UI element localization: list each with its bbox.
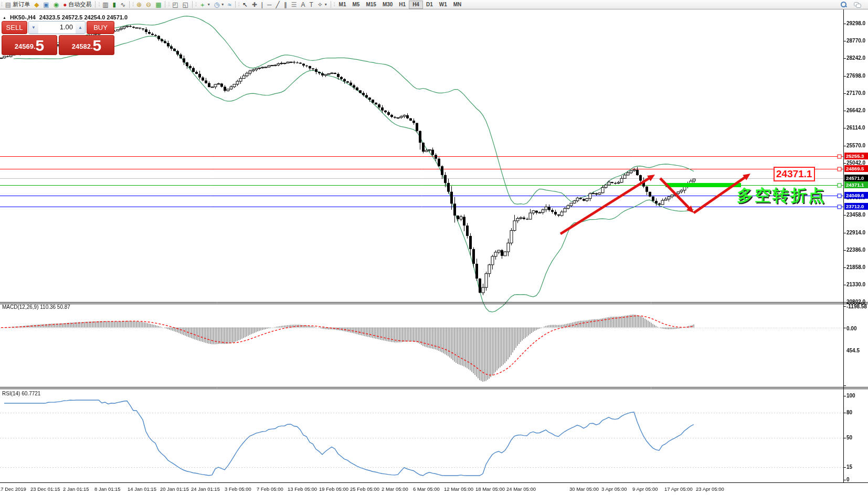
cursor-icon[interactable]: ↖: [240, 1, 250, 9]
timeframe-m30[interactable]: M30: [379, 1, 396, 9]
time-axis-label: 3 Apr 05:00: [601, 486, 627, 492]
cursor-icon: ↖: [242, 1, 248, 8]
autotrading-button[interactable]: ●自动交易: [61, 1, 93, 9]
rsi-indicator-label: RSI(14) 60.7721: [2, 391, 40, 396]
toolbar-separator: [165, 1, 165, 8]
zoom-out-icon[interactable]: ⊖: [144, 1, 153, 9]
time-axis-label: 24 Jan 01:15: [191, 486, 220, 492]
navigator-icon: ◱: [183, 1, 188, 8]
timeframe-m5[interactable]: M5: [350, 1, 363, 9]
time-axis-label: 7 Feb 05:00: [257, 486, 283, 492]
timeframe-h4[interactable]: H4: [409, 1, 423, 9]
chevron-down-icon[interactable]: ▾: [325, 2, 327, 7]
timeframe-m1[interactable]: M1: [336, 1, 350, 9]
fibonacci-icon: ☰: [291, 1, 297, 8]
time-axis-label: 2 Mar 05:00: [382, 486, 408, 492]
rsi-scale-tick: 80: [846, 410, 852, 415]
zoom-in-icon: ⊕: [136, 1, 142, 8]
symbol-title: HK50-,H4: [10, 14, 36, 20]
mt4-terminal: { "toolbar": { "groups": [ {"name":"g-or…: [0, 0, 868, 495]
styler-icon[interactable]: ◆: [32, 1, 41, 9]
time-axis-label: 12 Mar 05:00: [444, 486, 473, 492]
horizontal-line-icon[interactable]: ─: [265, 1, 274, 9]
terminal-icon[interactable]: ▣: [41, 1, 51, 9]
new-order-button[interactable]: ▤新订单: [3, 1, 32, 9]
sell-price-main: 24569.: [15, 40, 36, 53]
shapes-icon[interactable]: ✧▾: [315, 1, 329, 9]
time-axis-label: 23 Dec 01:15: [30, 486, 60, 492]
price-annotation-label[interactable]: 24371.1: [774, 167, 815, 181]
terminal-icon: ▣: [43, 1, 49, 8]
symbol-ohlc-values: 24323.5 24572.5 24254.0 24571.0: [39, 14, 128, 20]
price-marker-label: 24049.6: [844, 192, 868, 199]
styler-icon: ◆: [34, 1, 39, 8]
candlestick-chart-icon[interactable]: ▮: [111, 1, 119, 9]
toolbar-drag-handle: ⁞: [238, 2, 239, 7]
tile-windows-icon: ▦: [155, 1, 161, 8]
toolbar-drag-handle: ⁞: [132, 2, 133, 7]
symbol-header: ▲ HK50-,H4 24323.5 24572.5 24254.0 24571…: [3, 14, 128, 20]
toolbar-separator: [331, 1, 331, 8]
timeframe-d1[interactable]: D1: [423, 1, 436, 9]
timeframe-w1[interactable]: W1: [436, 1, 450, 9]
volume-decrease-button[interactable]: ▼: [29, 21, 38, 34]
crosshair-icon[interactable]: ✚: [250, 1, 259, 9]
timeframe-m15[interactable]: M15: [363, 1, 379, 9]
fibonacci-icon[interactable]: ☰: [289, 1, 299, 9]
toolbar-drag-handle: ⁞: [1, 2, 2, 7]
volume-increase-button[interactable]: ▲: [76, 21, 85, 34]
time-axis-label: 19 Feb 05:00: [319, 486, 348, 492]
price-tick: 28770.0: [846, 38, 865, 44]
bar-chart-icon[interactable]: ▥: [100, 1, 110, 9]
navigator-icon[interactable]: ◱: [181, 1, 190, 9]
macd-scale-tick: 0.00: [846, 326, 856, 331]
chevron-down-icon[interactable]: ▾: [221, 2, 224, 7]
toolbar-separator: [95, 1, 96, 8]
add-indicator-button[interactable]: ＋▾: [197, 1, 212, 9]
data-window-icon[interactable]: ◰: [170, 1, 180, 9]
label-icon[interactable]: T: [307, 1, 315, 9]
price-tick: 27698.0: [846, 73, 865, 79]
toolbar-button-label: 自动交易: [68, 1, 91, 8]
templates-icon: ≈: [228, 1, 231, 8]
timeframe-mn[interactable]: MN: [450, 1, 465, 9]
time-axis-label: 9 Apr 05:00: [632, 486, 658, 492]
volume-input[interactable]: 1.00: [38, 21, 76, 34]
period-button[interactable]: ◷▾: [212, 1, 226, 9]
collapse-triangle-icon[interactable]: ▲: [3, 16, 6, 19]
data-window-icon: ◰: [172, 1, 178, 8]
vertical-line-icon: |: [261, 1, 263, 8]
buy-price-button[interactable]: 24582. 5: [59, 35, 114, 55]
toolbar-drag-handle: ⁞: [334, 2, 335, 7]
tile-windows-icon[interactable]: ▦: [153, 1, 163, 9]
timeframe-h1[interactable]: H1: [396, 1, 409, 9]
price-tick: 26114.0: [846, 125, 865, 131]
sell-price-button[interactable]: 24569. 5: [2, 35, 57, 55]
text-icon[interactable]: A: [299, 1, 307, 9]
line-chart-icon[interactable]: ∿: [118, 1, 128, 9]
price-marker-label: 25255.3: [844, 153, 868, 159]
time-axis-label: 17 Apr 05:00: [664, 486, 693, 492]
new-order-icon: ▤: [5, 1, 11, 8]
channel-icon[interactable]: ∥: [282, 1, 289, 9]
turning-point-annotation[interactable]: 多空转折点: [737, 185, 826, 207]
volume-stepper: ▼ 1.00 ▲: [28, 21, 86, 34]
signals-icon[interactable]: ◉: [51, 1, 61, 9]
line-chart-icon: ∿: [120, 1, 125, 8]
label-icon: T: [309, 1, 313, 8]
chevron-down-icon[interactable]: ▾: [208, 2, 210, 7]
trendline-icon[interactable]: ╱: [273, 1, 281, 9]
vertical-line-icon[interactable]: |: [259, 1, 265, 9]
chat-icon[interactable]: [854, 2, 861, 7]
time-axis-label: 23 Apr 05:00: [696, 486, 724, 492]
toolbar-separator: [192, 1, 193, 8]
zoom-in-icon[interactable]: ⊕: [134, 1, 144, 9]
price-marker-label: 23712.0: [844, 203, 868, 210]
toolbar-drag-handle: ⁞: [98, 2, 99, 7]
templates-icon[interactable]: ≈: [226, 1, 234, 9]
buy-button[interactable]: BUY: [87, 21, 114, 34]
search-icon[interactable]: [841, 2, 846, 7]
sell-button[interactable]: SELL: [2, 21, 27, 34]
zoom-out-icon: ⊖: [146, 1, 151, 8]
chart-canvas[interactable]: [0, 0, 868, 495]
